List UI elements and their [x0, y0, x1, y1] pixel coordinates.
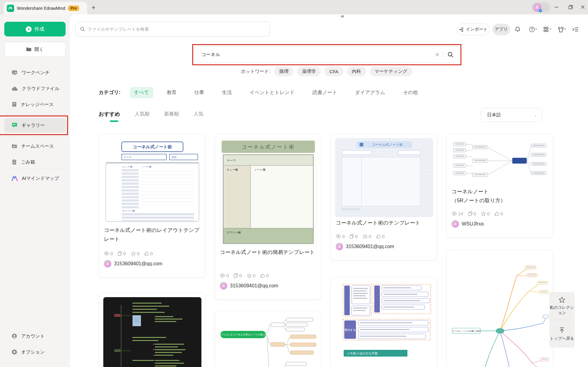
sidebar-item-options[interactable]: オプション	[4, 345, 66, 359]
cloud-icon	[12, 86, 18, 91]
file-search-input[interactable]	[88, 27, 265, 32]
search-submit-button[interactable]	[443, 52, 453, 58]
sidebar-item-cloud-files[interactable]: クラウドファイル	[4, 82, 66, 95]
avatar	[452, 220, 459, 228]
hotword-pill[interactable]: マーケティング	[370, 66, 412, 76]
account-menu[interactable]: ⌄	[532, 2, 550, 13]
category-events[interactable]: イベントとトレンド	[245, 87, 299, 98]
gallery-search-input[interactable]	[201, 52, 432, 57]
help-icon	[529, 26, 535, 32]
template-card[interactable]: 要約する メモ取り法の主な手順	[330, 277, 437, 367]
likes-icon	[494, 211, 499, 216]
category-education[interactable]: 教育	[162, 87, 181, 98]
sort-newest[interactable]: 新着順	[164, 111, 179, 117]
clear-search-icon[interactable]: ✕	[432, 52, 443, 58]
svg-text:キュー欄: キュー欄	[227, 168, 238, 171]
back-to-top-button[interactable]: トップへ戻る	[549, 320, 575, 348]
template-card[interactable]: セクション8 コーネル大学のノートの取り方	[215, 311, 321, 367]
folder-icon	[26, 47, 32, 52]
card-stats: 0 0 0 0	[220, 273, 269, 278]
hotword-pill[interactable]: 内科	[347, 66, 366, 76]
template-card[interactable]: コーネルノートの分解と習得	[446, 250, 553, 367]
category-life[interactable]: 生活	[218, 87, 236, 98]
search-icon	[448, 52, 453, 58]
card-author: 3153609401@qq.com	[336, 243, 394, 250]
new-tab-button[interactable]: +	[89, 3, 98, 12]
category-other[interactable]: その他	[399, 87, 422, 98]
pro-badge: Pro	[68, 6, 79, 11]
close-button[interactable]	[578, 2, 588, 12]
my-collection-button[interactable]: 私のコレクション	[549, 292, 575, 320]
sidebar-item-trash[interactable]: ごみ箱	[4, 155, 66, 169]
widgets-icon	[543, 26, 549, 32]
notifications-button[interactable]	[513, 25, 522, 34]
svg-text:サマリー欄: サマリー欄	[227, 231, 241, 234]
gear-icon	[12, 349, 17, 355]
sort-popular-order[interactable]: 人気順	[135, 111, 150, 117]
chevron-down-icon[interactable]: ▾	[535, 27, 537, 31]
drag-handle[interactable]	[341, 15, 344, 17]
stars-icon	[481, 211, 486, 216]
category-diagram[interactable]: ダイアグラム	[351, 87, 389, 98]
tshirt-icon	[558, 27, 564, 32]
chevron-down-icon[interactable]: ▾	[564, 27, 566, 31]
gallery-search-box[interactable]: ✕	[194, 46, 459, 63]
sidebar-item-knowledge-base[interactable]: ナレッジベース	[4, 98, 66, 111]
template-card[interactable]: コーネルノート （5Rノートの取り方） 14 0 0 0 WSUJfrxa	[446, 134, 553, 238]
apps-button[interactable]: アプリ	[492, 24, 510, 35]
app-tab[interactable]: Wondershare EdrawMind Pro	[4, 2, 87, 14]
card-title: コーネルノート （5Rノートの取り方）	[452, 187, 548, 205]
avatar	[104, 260, 111, 267]
category-all[interactable]: すべて	[130, 87, 153, 98]
template-card[interactable]: コーネル式ノート術 テーマ: キュー欄 ノート欄 サマリー欄 コーネル式ノート術…	[215, 134, 321, 300]
sort-active-indicator	[110, 120, 118, 122]
chevron-down-icon: ⌄	[534, 113, 537, 117]
svg-text:メモ取り法の主な手順: メモ取り法の主な手順	[347, 352, 378, 355]
template-card[interactable]: コーネル式ノート術 テーマ: 日付: ヒント欄 ノート欄 サマリー欄	[99, 134, 205, 278]
arrow-up-icon	[558, 327, 566, 334]
chevron-down-icon[interactable]: ▾	[550, 27, 551, 31]
sidebar-item-ai-mindmap[interactable]: AIマインドマップ	[4, 172, 66, 185]
hotword-pill[interactable]: 薬理学	[297, 66, 321, 76]
hotword-pill[interactable]: 病理	[274, 66, 293, 76]
card-stats: 14 0 0 0	[452, 211, 503, 216]
theme-button[interactable]	[556, 25, 565, 34]
svg-text:サマリー欄: サマリー欄	[122, 210, 135, 212]
hotword-pill[interactable]: CFA	[324, 66, 343, 76]
maximize-button[interactable]	[565, 2, 576, 12]
sort-recommended[interactable]: おすすめ	[99, 111, 120, 118]
collapse-panel-button[interactable]	[571, 25, 580, 34]
sidebar-item-workbench[interactable]: ワークベンチ	[4, 66, 66, 79]
svg-text:ヒント欄: ヒント欄	[122, 165, 132, 168]
svg-text:コーネルノートの分解と習得: コーネルノートの分解と習得	[452, 330, 480, 332]
file-search[interactable]	[75, 22, 270, 36]
sort-popularity[interactable]: 人気	[194, 111, 204, 117]
template-card[interactable]: コーネル式ノート術 コーネル式ノート術のテンプレート 0 0 0 0 31536…	[330, 134, 437, 260]
open-button[interactable]: 開く	[4, 42, 66, 57]
widgets-button[interactable]	[541, 25, 551, 34]
category-work[interactable]: 仕事	[190, 87, 208, 98]
template-thumbnail	[451, 138, 549, 186]
copies-icon	[349, 234, 354, 239]
minimize-button[interactable]	[551, 2, 562, 12]
import-button[interactable]: インポート	[457, 24, 490, 35]
copies-icon	[234, 273, 238, 278]
sidebar-item-gallery[interactable]: ギャラリー	[4, 118, 66, 133]
sidebar-item-team-space[interactable]: チームスペース	[4, 139, 66, 153]
likes-icon	[376, 234, 381, 239]
template-card[interactable]	[99, 293, 205, 367]
collapse-list-icon	[572, 27, 579, 32]
language-select[interactable]: 日本語 ⌄	[481, 108, 542, 122]
sidebar-item-account[interactable]: アカウント	[4, 329, 66, 343]
app-title: Wondershare EdrawMind	[17, 6, 65, 11]
svg-text:セクション8 コーネル大学のノートの取り方: セクション8 コーネル大学のノートの取り方	[219, 333, 268, 336]
edrawmind-logo-icon	[7, 5, 14, 12]
card-title: コーネル式ノート術のレイアウトテンプレート	[104, 226, 201, 244]
create-button[interactable]: + 作成	[4, 22, 66, 36]
titlebar: Wondershare EdrawMind Pro + ⌄	[0, 0, 588, 14]
svg-text:テーマ:: テーマ:	[227, 159, 236, 162]
stars-icon	[131, 251, 136, 256]
avatar	[336, 243, 343, 250]
template-thumbnail: コーネル式ノート術	[335, 138, 433, 217]
category-reading-notes[interactable]: 読書ノート	[308, 87, 342, 98]
